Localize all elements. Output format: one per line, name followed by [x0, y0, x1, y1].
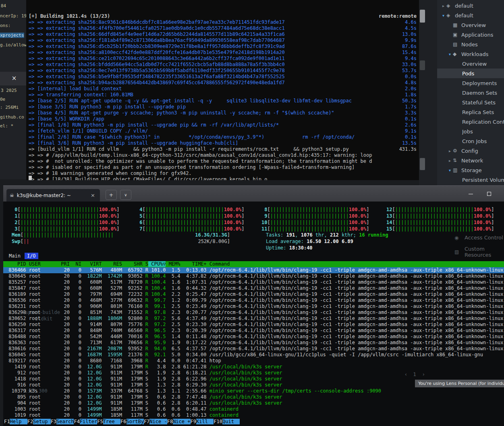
sidebar-item-overview[interactable]: Overview — [437, 59, 504, 69]
sidebar-item-network[interactable]: ▸⇅Network — [437, 156, 504, 165]
sidebar-item-workloads[interactable]: ▾◆Workloads — [437, 49, 504, 59]
build-log-line: => => extracting sha256:a8100eccf42fde0e… — [29, 50, 417, 56]
sidebar-item-applications[interactable]: ▣Applications — [437, 30, 504, 39]
fn-label[interactable]: SortBy — [127, 419, 144, 424]
process-row[interactable]: 830645 root 20 0 1822M 1742M 93052 R 100… — [3, 273, 504, 279]
build-log-line: => => transferring context: 160.81MB1.8s — [29, 92, 417, 98]
docker-build-terminal[interactable]: [+] Building 1021.4s (13/23)remote:remot… — [26, 0, 419, 180]
chevron-right-icon[interactable]: ▸ — [447, 158, 453, 163]
cpu-meter-6: 6[|||||||||||||||||||||||||||100.0%] — [137, 219, 261, 226]
sidebar-item-label: Pods — [462, 71, 474, 77]
new-tab-button[interactable]: + — [106, 190, 117, 200]
fn-key[interactable]: F5 — [97, 419, 103, 424]
sidebar-item-cron-jobs[interactable]: Cron Jobs — [437, 136, 504, 146]
process-row[interactable]: 836536 root 20 0 468M 377M 69632 R 99.7 … — [3, 297, 504, 303]
process-row[interactable]: 1019 root 20 0 1499M 185M 117M S 0.6 0.6… — [3, 412, 504, 418]
scrollbar-thumb[interactable] — [420, 158, 425, 170]
grid-icon: ▦ — [453, 22, 461, 28]
process-row[interactable]: 836363 root 20 0 713M 617M 70656 R 95.9 … — [3, 340, 504, 346]
process-row[interactable]: 836298 root 20 0 851M 743M 71552 R 97.8 … — [3, 310, 504, 316]
sort-column-header[interactable]: CPU%▽ — [148, 261, 166, 267]
lens-scrollbar-strip — [419, 0, 437, 185]
htop-tab-main[interactable]: Main — [6, 253, 23, 259]
process-row[interactable]: 830616 root 20 0 2167M 2087M 93952 R 94.… — [3, 346, 504, 352]
sidebar-item-stateful-sets[interactable]: Stateful Sets — [437, 98, 504, 107]
chevron-down-icon[interactable]: ▾ — [440, 13, 446, 18]
load-average: Load average: 16.50 12.00 6.89 — [266, 239, 353, 244]
process-row[interactable]: 836250 root 20 0 914M 807M 75776 R 97.2 … — [3, 322, 504, 328]
chevron-down-icon[interactable]: ▾ — [447, 168, 453, 172]
sidebar-item-overview[interactable]: ▦Overview — [437, 20, 504, 30]
process-row[interactable]: 1003 root 20 0 1499M 185M 117M S 0.6 0.6… — [3, 406, 504, 412]
build-log-line: => [final 3/6] RUN python3 -m pip instal… — [29, 140, 417, 146]
process-row[interactable]: 836231 root 20 0 906M 801M 76160 R 99.1 … — [3, 303, 504, 310]
process-row[interactable]: 836317 root 20 0 848M 740M 66560 R 96.5 … — [3, 328, 504, 334]
fn-label[interactable]: Tree — [103, 419, 120, 424]
htop-terminal-body[interactable]: 0[|||||||||||||||||||||||||||100.0%] 4[|… — [3, 202, 504, 426]
fn-label[interactable]: Nice - — [149, 419, 167, 424]
process-row[interactable]: 912 root 20 0 12.0G 911M 179M S 1.9 2.8 … — [3, 370, 504, 376]
fn-label[interactable]: Setup — [33, 419, 50, 424]
htop-tab-i-o[interactable]: I/O — [25, 253, 38, 259]
uptime: Uptime: 18:30:40 — [266, 245, 313, 251]
fn-key[interactable]: F6 — [120, 419, 126, 424]
sidebar-item-replica-sets[interactable]: Replica Sets — [437, 107, 504, 117]
process-row[interactable]: 819217 root 20 0 8680 7168 3968 R 4.4 0.… — [3, 358, 504, 364]
process-row[interactable]: 836488 root 20 0 542M 446M 70016 R 96.5 … — [3, 334, 504, 340]
fn-label[interactable]: Kill — [196, 419, 214, 424]
background-text-fragment: g.io/allow — [0, 42, 26, 48]
fn-label[interactable]: Help — [10, 419, 27, 424]
fn-key[interactable]: F9 — [191, 419, 196, 424]
tab-close-icon[interactable]: × — [89, 192, 97, 198]
maximize-button[interactable] — [482, 189, 496, 199]
chevron-right-icon[interactable]: ▸ — [440, 4, 446, 8]
minimize-button[interactable] — [464, 189, 477, 199]
build-log-line: => [base 4/5] RUN apt-get purge -y sccac… — [29, 110, 417, 116]
fn-label[interactable]: Nice + — [173, 419, 190, 424]
fn-key[interactable]: F7 — [144, 419, 149, 424]
fn-key[interactable]: F8 — [167, 419, 173, 424]
terminal-titlebar[interactable]: ☠ k3s@kube-master2: ~ × + ∨ — [3, 185, 504, 202]
process-row[interactable]: 830652 root 20 0 1888M 1806M 92800 R 97.… — [3, 316, 504, 322]
fn-key[interactable]: F3 — [51, 419, 56, 424]
build-log-line: => [final 2/6] RUN case "$(which python3… — [29, 134, 417, 140]
sidebar-item-daemon-sets[interactable]: Daemon Sets — [437, 88, 504, 98]
process-row[interactable]: 836045 root 20 0 1687M 1595M 21376 R 92.… — [3, 352, 504, 358]
fn-label[interactable]: Search — [56, 419, 74, 424]
chevron-down-icon[interactable]: ▾ — [447, 52, 453, 56]
process-row[interactable]: 836466 root 20 0 576M 480M 65792 R 101.0… — [3, 267, 504, 273]
sidebar-item-deployments[interactable]: Deployments — [437, 78, 504, 88]
sidebar-item-pods[interactable]: Pods — [437, 69, 504, 78]
close-icon[interactable]: × — [9, 73, 19, 83]
sidebar-item-persistent-volumes[interactable]: Persistent Volumes — [437, 175, 504, 185]
sidebar-item-replication-controllers[interactable]: Replication Controllers — [437, 117, 504, 127]
process-row[interactable]: 895 root 20 0 12.0G 911M 179M S 0.6 2.8 … — [3, 394, 504, 400]
sidebar-item-config[interactable]: ▸⚙Config — [437, 146, 504, 156]
sidebar-item-default[interactable]: ▸◈default — [437, 1, 504, 10]
sidebar-item-nodes[interactable]: ▤Nodes — [437, 39, 504, 49]
fn-label[interactable]: Quit — [222, 419, 240, 424]
fn-key[interactable]: F1 — [4, 419, 10, 424]
scrollbar-thumb[interactable] — [420, 10, 425, 23]
build-log-line: => => extracting sha256:f181ab4f89e2c871… — [29, 37, 417, 44]
sidebar-item-storage[interactable]: ▾▥Storage — [437, 165, 504, 175]
sidebar-item-default[interactable]: ▾◈default — [437, 10, 504, 20]
sidebar-item-label: Applications — [461, 32, 493, 38]
fn-key[interactable]: F4 — [74, 419, 79, 424]
fn-key[interactable]: F2 — [27, 419, 33, 424]
fn-label[interactable]: Filter — [80, 419, 97, 424]
terminal-tab[interactable]: ☠ k3s@kube-master2: ~ × — [6, 189, 100, 202]
process-row[interactable]: 836189 root 20 0 797M 694M 72232 R 100.4… — [3, 291, 504, 297]
build-log-line: => [final 1/6] RUN python3 -m pip instal… — [29, 122, 417, 128]
process-table-header[interactable]: PID USER PRI NI VIRT RES SHR S CPU%▽ MEM… — [3, 261, 504, 267]
process-row[interactable]: 835847 root 20 0 608M 527M 92252 R 100.4… — [3, 285, 504, 291]
scrollbar-thumb[interactable] — [420, 60, 425, 70]
sidebar-item-jobs[interactable]: Jobs — [437, 127, 504, 136]
chevron-right-icon[interactable]: ▸ — [447, 149, 453, 153]
tab-dropdown-button[interactable]: ∨ — [120, 190, 131, 200]
process-row[interactable]: 904 root 20 0 12.0G 911M 179M S 0.6 2.8 … — [3, 400, 504, 406]
fn-key[interactable]: F10 — [214, 419, 222, 424]
process-row[interactable]: 1419 root 20 0 12.0G 911M 179M R 3.8 2.8… — [3, 364, 504, 370]
process-row[interactable]: 835257 root 20 0 608M 517M 78720 R 100.4… — [3, 279, 504, 285]
process-row[interactable]: 10379 k3s 20 0 1573M 337M 64768 S 1.3 1.… — [3, 388, 504, 394]
